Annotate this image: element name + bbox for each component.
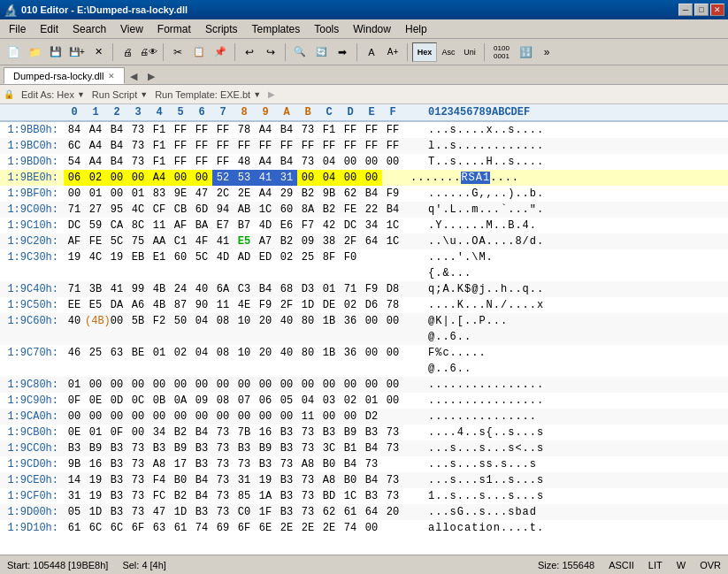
cell-9c90-e[interactable]: 01 (361, 393, 382, 409)
cell-9c90-1[interactable]: 0E (85, 393, 106, 409)
cell-9c30-1[interactable]: 4C (85, 249, 106, 281)
cell-9bb0-6[interactable]: FF (191, 122, 212, 138)
cell-9be0-2[interactable]: 00 (106, 170, 127, 186)
cell-9d00-6[interactable]: B3 (191, 504, 212, 520)
cell-9c50-9[interactable]: F9 (255, 297, 276, 313)
cell-9c60-b[interactable]: 80 (297, 313, 318, 345)
cell-9ca0-3[interactable]: 00 (127, 409, 149, 425)
cell-9bb0-d[interactable]: FF (340, 122, 361, 138)
cell-9c90-0[interactable]: 0F (64, 393, 85, 409)
cell-9c60-2[interactable]: 00 (106, 313, 127, 345)
cell-9c20-7[interactable]: 41 (212, 233, 234, 249)
cell-9bf0-2[interactable]: 00 (106, 186, 127, 202)
cell-9d10-0[interactable]: 61 (64, 520, 85, 536)
cell-9bf0-e[interactable]: B4 (361, 186, 382, 202)
cell-9be0-b[interactable]: 00 (297, 170, 318, 186)
menu-item-help[interactable]: Help (398, 21, 434, 37)
cell-9c20-8[interactable]: E5 (234, 233, 255, 249)
close-file-button[interactable]: ✕ (88, 42, 108, 62)
cell-9c40-b[interactable]: D3 (297, 281, 318, 297)
cell-9cb0-a[interactable]: B3 (276, 425, 297, 440)
cell-9ce0-9[interactable]: 19 (255, 472, 276, 488)
cell-9c70-2[interactable]: 63 (106, 345, 127, 377)
calc-button[interactable]: 🔢 (516, 42, 535, 62)
redo-button[interactable]: ↪ (261, 42, 280, 62)
cell-9cf0-c[interactable]: BD (318, 488, 340, 504)
cell-9c40-9[interactable]: B4 (255, 281, 276, 297)
cell-9c70-c[interactable]: 1B (318, 345, 340, 377)
cell-9cb0-b[interactable]: 73 (297, 425, 318, 440)
cell-9cd0-2[interactable]: B3 (106, 456, 127, 472)
cell-9ce0-e[interactable]: B4 (361, 472, 382, 488)
hex-button[interactable]: Hex (412, 42, 437, 62)
cell-9c30-b[interactable]: 25 (297, 249, 318, 281)
cell-9cc0-5[interactable]: B9 (170, 440, 191, 456)
cell-9bb0-b[interactable]: 73 (297, 122, 318, 138)
cell-9d00-f[interactable]: 20 (382, 504, 403, 520)
cell-9bd0-6[interactable]: FF (191, 154, 212, 170)
cell-9bb0-e[interactable]: FF (361, 122, 382, 138)
font-button[interactable]: A (362, 42, 381, 62)
cell-9bd0-9[interactable]: A4 (255, 154, 276, 170)
menu-item-templates[interactable]: Templates (245, 21, 308, 37)
cell-9c60-d[interactable]: 36 (340, 313, 361, 345)
cell-9c50-f[interactable]: 78 (382, 297, 403, 313)
cell-9d10-a[interactable]: 2E (276, 520, 297, 536)
cell-9c70-6[interactable]: 04 (191, 345, 212, 377)
hex-table-wrapper[interactable]: 0 1 2 3 4 5 6 7 8 9 A B C D E F 01234567… (0, 104, 728, 555)
cell-9c00-3[interactable]: 4C (127, 202, 149, 218)
cell-9c60-5[interactable]: 50 (170, 313, 191, 345)
cell-9d00-1[interactable]: 1D (85, 504, 106, 520)
cell-9cb0-2[interactable]: 0F (106, 425, 127, 440)
cell-9be0-6[interactable]: 00 (191, 170, 212, 186)
cell-9c90-9[interactable]: 06 (255, 393, 276, 409)
minimize-button[interactable]: ─ (678, 4, 693, 16)
cell-9be0-a[interactable]: 31 (276, 170, 297, 186)
cell-9bb0-9[interactable]: A4 (255, 122, 276, 138)
cell-9bc0-d[interactable]: FF (340, 138, 361, 154)
cell-9c30-a[interactable]: 02 (276, 249, 297, 281)
cell-9bc0-3[interactable]: 73 (127, 138, 149, 154)
cell-9cd0-8[interactable]: 73 (234, 456, 255, 472)
cell-9cc0-b[interactable]: 73 (297, 440, 318, 456)
cell-9c20-3[interactable]: 75 (127, 233, 149, 249)
cell-9cf0-5[interactable]: B2 (170, 488, 191, 504)
cell-9c60-c[interactable]: 1B (318, 313, 340, 345)
print-button[interactable]: 🖨 (118, 42, 137, 62)
cell-9cb0-0[interactable]: 0E (64, 425, 85, 440)
cell-9cc0-4[interactable]: B3 (149, 440, 170, 456)
cell-9c80-1[interactable]: 00 (85, 377, 106, 393)
cell-9d00-d[interactable]: 61 (340, 504, 361, 520)
cell-9ca0-d[interactable]: 00 (340, 409, 361, 425)
cell-9c30-c[interactable]: 8F (318, 249, 340, 281)
cell-9c90-7[interactable]: 08 (212, 393, 234, 409)
cell-9cd0-5[interactable]: 17 (170, 456, 191, 472)
cell-9c40-3[interactable]: 99 (127, 281, 149, 297)
cell-9bd0-b[interactable]: 73 (297, 154, 318, 170)
cell-9bc0-c[interactable]: FF (318, 138, 340, 154)
cell-9d10-6[interactable]: 74 (191, 520, 212, 536)
cell-9c40-0[interactable]: 71 (64, 281, 85, 297)
cell-9bc0-1[interactable]: A4 (85, 138, 106, 154)
cell-9c80-9[interactable]: 00 (255, 377, 276, 393)
cell-9bd0-4[interactable]: F1 (149, 154, 170, 170)
cut-button[interactable]: ✂ (168, 42, 188, 62)
cell-9cc0-1[interactable]: B9 (85, 440, 106, 456)
cell-9bd0-e[interactable]: 00 (361, 154, 382, 170)
cell-9c70-7[interactable]: 08 (212, 345, 234, 377)
cell-9cc0-c[interactable]: 3C (318, 440, 340, 456)
cell-9bd0-d[interactable]: 00 (340, 154, 361, 170)
cell-9c90-4[interactable]: 0B (149, 393, 170, 409)
cell-9c30-6[interactable]: 5C (191, 249, 212, 281)
cell-9cf0-0[interactable]: 31 (64, 488, 85, 504)
cell-9d10-f[interactable] (382, 520, 403, 536)
cell-9c50-2[interactable]: DA (106, 297, 127, 313)
undo-button[interactable]: ↩ (240, 42, 259, 62)
run-template-dropdown[interactable]: Run Template: EXE.bt ▼ (155, 89, 261, 100)
cell-9bf0-d[interactable]: 62 (340, 186, 361, 202)
cell-9c20-e[interactable]: 64 (361, 233, 382, 249)
cell-9c30-5[interactable]: 60 (170, 249, 191, 281)
cell-9ca0-f[interactable] (382, 409, 403, 425)
cell-9c10-a[interactable]: E6 (276, 218, 297, 233)
cell-9c10-4[interactable]: 11 (149, 218, 170, 233)
